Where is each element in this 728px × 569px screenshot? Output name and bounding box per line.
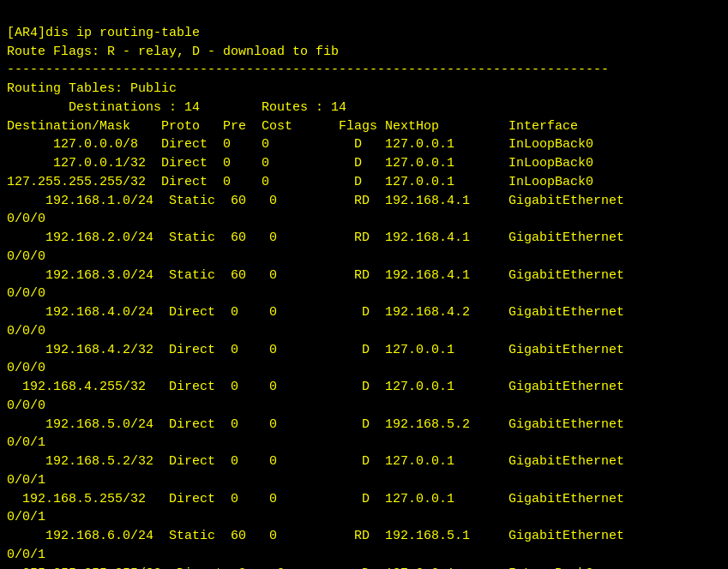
terminal-line: 192.168.4.2/32 Direct 0 0 D 127.0.0.1 Gi…	[7, 341, 721, 360]
terminal-line: Routing Tables: Public	[7, 80, 721, 99]
terminal-window: [AR4]dis ip routing-tableRoute Flags: R …	[7, 5, 721, 569]
terminal-line: 0/0/0	[7, 284, 721, 303]
terminal-line: 192.168.5.0/24 Direct 0 0 D 192.168.5.2 …	[7, 416, 721, 434]
terminal-line: 192.168.4.255/32 Direct 0 0 D 127.0.0.1 …	[7, 378, 721, 397]
terminal-line: 192.168.5.255/32 Direct 0 0 D 127.0.0.1 …	[7, 490, 721, 509]
terminal-line: 0/0/1	[7, 546, 721, 565]
terminal-line: Destination/Mask Proto Pre Cost Flags Ne…	[7, 117, 721, 136]
terminal-line: 127.0.0.0/8 Direct 0 0 D 127.0.0.1 InLoo…	[7, 135, 721, 154]
terminal-line: 0/0/1	[7, 508, 721, 527]
terminal-line: 192.168.5.2/32 Direct 0 0 D 127.0.0.1 Gi…	[7, 452, 721, 471]
terminal-line: 192.168.4.0/24 Direct 0 0 D 192.168.4.2 …	[7, 303, 721, 322]
terminal-line: 192.168.6.0/24 Static 60 0 RD 192.168.5.…	[7, 527, 721, 546]
terminal-line: 192.168.1.0/24 Static 60 0 RD 192.168.4.…	[7, 192, 721, 211]
terminal-line: 0/0/1	[7, 434, 721, 452]
terminal-line: 192.168.2.0/24 Static 60 0 RD 192.168.4.…	[7, 229, 721, 248]
terminal-line: ----------------------------------------…	[7, 61, 721, 80]
terminal-line: Route Flags: R - relay, D - download to …	[7, 43, 721, 62]
terminal-line: 127.0.0.1/32 Direct 0 0 D 127.0.0.1 InLo…	[7, 154, 721, 173]
terminal-line: 255.255.255.255/32 Direct 0 0 D 127.0.0.…	[7, 565, 721, 570]
terminal-line: 0/0/0	[7, 322, 721, 341]
terminal-line: 0/0/0	[7, 359, 721, 378]
terminal-line: 192.168.3.0/24 Static 60 0 RD 192.168.4.…	[7, 267, 721, 285]
terminal-line: Destinations : 14 Routes : 14	[7, 99, 721, 117]
terminal-line: [AR4]dis ip routing-table	[7, 24, 721, 43]
terminal-line: 0/0/0	[7, 210, 721, 229]
terminal-line: 0/0/0	[7, 397, 721, 416]
terminal-line: 0/0/0	[7, 248, 721, 267]
terminal-line: 0/0/1	[7, 471, 721, 490]
terminal-line: 127.255.255.255/32 Direct 0 0 D 127.0.0.…	[7, 173, 721, 192]
